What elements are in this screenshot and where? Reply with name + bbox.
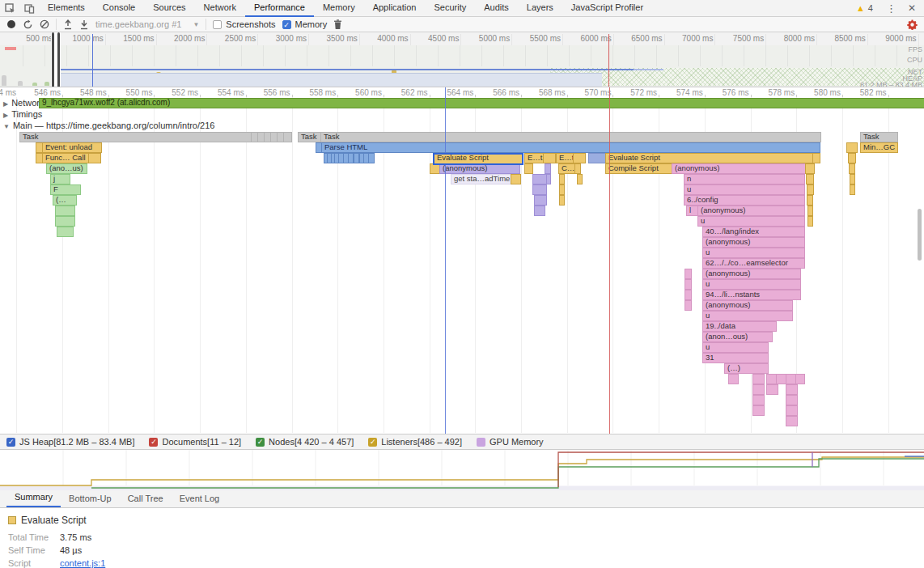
flame-bar-u[interactable]: u xyxy=(702,248,805,258)
flame-bar-[interactable]: (…) xyxy=(724,363,769,374)
selection-handle-left[interactable] xyxy=(52,32,54,87)
flame-bar-f[interactable]: F xyxy=(50,184,81,195)
details-tab-call-tree[interactable]: Call Tree xyxy=(120,490,172,507)
legend-item-js-heap[interactable]: ✓JS Heap[81.2 MB – 83.4 MB] xyxy=(6,437,134,447)
warning-icon[interactable]: ▲ xyxy=(856,3,865,13)
flame-bar[interactable] xyxy=(807,195,813,206)
flame-bar[interactable] xyxy=(354,153,359,163)
memory-graph[interactable] xyxy=(0,450,924,490)
network-request-bar[interactable]: 9_lhcgya71wx.woff2 (at.alicdn.com) xyxy=(39,98,924,108)
flame-bar[interactable] xyxy=(88,153,101,163)
capture-settings-gear-icon[interactable] xyxy=(907,19,924,30)
flame-bar[interactable] xyxy=(685,269,692,279)
clear-button[interactable] xyxy=(40,19,49,29)
flame-bar-anon-ous[interactable]: (anon…ous) xyxy=(702,332,773,342)
flame-bar[interactable] xyxy=(807,206,813,216)
flame-bar[interactable] xyxy=(573,153,586,163)
flame-bar-event-unload[interactable]: Event: unload xyxy=(42,142,102,153)
flame-bar[interactable] xyxy=(685,279,692,290)
more-menu-icon[interactable]: ⋮ xyxy=(881,2,901,15)
screenshots-checkbox[interactable]: Screenshots xyxy=(213,19,275,29)
flame-bar-compile-script[interactable]: Compile Script xyxy=(605,163,674,174)
flame-bar[interactable] xyxy=(574,163,581,174)
flame-bar-min-gc[interactable]: Min…GC xyxy=(860,142,898,153)
vertical-scrollbar[interactable] xyxy=(918,209,922,261)
flame-bar-anonymous[interactable]: (anonymous) xyxy=(702,269,801,279)
legend-checkbox[interactable]: ✓ xyxy=(256,438,265,447)
flame-bar[interactable] xyxy=(805,163,815,174)
flame-bar[interactable] xyxy=(850,174,855,184)
tab-network[interactable]: Network xyxy=(195,0,245,15)
flame-bar[interactable] xyxy=(846,142,858,153)
flame-bar[interactable] xyxy=(511,174,521,184)
flame-bar-j[interactable]: j xyxy=(50,174,70,184)
tab-application[interactable]: Application xyxy=(364,0,426,15)
flame-bar-ano-us[interactable]: (ano…us) xyxy=(46,163,87,174)
tab-layers[interactable]: Layers xyxy=(518,0,562,15)
flame-bar-get-sta-adtime[interactable]: get sta…adTime xyxy=(451,174,513,184)
tab-audits[interactable]: Audits xyxy=(475,0,518,15)
flame-bar[interactable] xyxy=(752,395,765,405)
flame-bar[interactable] xyxy=(752,384,765,395)
flame-bar-evaluate-script[interactable]: Evaluate Script xyxy=(605,153,815,163)
flame-bar-[interactable]: (… xyxy=(53,195,77,206)
network-track-toggle[interactable]: ▶Network xyxy=(3,98,45,108)
record-button[interactable] xyxy=(6,19,16,29)
flame-bar[interactable] xyxy=(685,290,692,300)
flame-bar[interactable] xyxy=(55,216,75,227)
flame-bar[interactable] xyxy=(786,395,798,405)
flame-bar[interactable] xyxy=(786,405,798,416)
flame-bar-task[interactable]: Task xyxy=(298,132,323,142)
flame-bar[interactable] xyxy=(786,416,798,426)
garbage-collect-icon[interactable] xyxy=(333,19,342,30)
legend-checkbox[interactable]: ✓ xyxy=(6,438,15,447)
tab-sources[interactable]: Sources xyxy=(144,0,194,15)
load-profile-icon[interactable] xyxy=(63,19,73,30)
flame-bar-anonymous[interactable]: (anonymous) xyxy=(702,300,793,311)
tab-elements[interactable]: Elements xyxy=(39,0,94,15)
flame-bar[interactable] xyxy=(685,300,692,311)
script-source-link[interactable]: content.js:1 xyxy=(60,558,105,568)
flame-bar[interactable] xyxy=(795,374,805,384)
flame-bar[interactable] xyxy=(543,153,556,163)
tab-javascript-profiler[interactable]: JavaScript Profiler xyxy=(562,0,652,15)
timings-track-toggle[interactable]: ▶Timings xyxy=(3,109,42,119)
reload-record-button[interactable] xyxy=(23,19,33,30)
main-track-toggle[interactable]: ▼Main — https://time.geekbang.org/column… xyxy=(3,121,214,130)
flame-bar-l[interactable]: l xyxy=(686,206,698,216)
flame-bar-n[interactable]: n xyxy=(684,174,805,184)
legend-checkbox[interactable] xyxy=(477,438,485,447)
flame-bar-e-t[interactable]: E…t xyxy=(524,153,544,163)
flame-bar[interactable] xyxy=(524,163,533,174)
flame-bar[interactable] xyxy=(532,174,547,184)
flame-bar[interactable] xyxy=(752,405,765,416)
flame-bar[interactable] xyxy=(534,195,547,206)
overview-strip[interactable]: FPSCPUNETHEAP81.2 MB – 83.4 MB xyxy=(0,45,924,87)
flame-bar-94-li-nstants[interactable]: 94…/li…nstants xyxy=(702,290,801,300)
flame-bar-task[interactable]: Task xyxy=(860,132,898,142)
flame-bar-6-config[interactable]: 6../config xyxy=(684,195,805,206)
flame-bar-u[interactable]: u xyxy=(697,216,805,227)
flame-bar-anonymous[interactable]: (anonymous) xyxy=(702,237,805,248)
tab-performance[interactable]: Performance xyxy=(245,0,314,17)
flame-bar[interactable] xyxy=(806,174,814,184)
legend-checkbox[interactable]: ✓ xyxy=(368,438,377,447)
legend-item-documents[interactable]: ✓Documents[11 – 12] xyxy=(149,437,241,447)
flame-bar-19-data[interactable]: 19../data xyxy=(702,321,777,332)
flame-bar[interactable] xyxy=(577,174,583,184)
flame-bar[interactable] xyxy=(57,227,74,237)
selection-handle-right[interactable] xyxy=(57,32,60,87)
profile-select[interactable]: time.geekbang.org #1 ▼ xyxy=(95,19,199,29)
flame-bar-task[interactable]: Task xyxy=(19,132,253,142)
flame-bar[interactable] xyxy=(368,153,375,163)
screenshots-checkbox-box[interactable] xyxy=(213,20,222,29)
flame-bar[interactable] xyxy=(532,184,547,195)
close-icon[interactable]: ✕ xyxy=(905,2,919,14)
flame-chart-panel[interactable]: 544 ms546 ms548 ms550 ms552 ms554 ms556 … xyxy=(0,87,924,434)
device-toolbar-icon[interactable] xyxy=(19,0,39,16)
memory-checkbox-box[interactable]: ✓ xyxy=(282,20,291,29)
details-tab-bottom-up[interactable]: Bottom-Up xyxy=(61,490,120,507)
flame-bar[interactable] xyxy=(559,195,565,206)
tab-console[interactable]: Console xyxy=(94,0,144,15)
flame-bar-func-call[interactable]: Func… Call xyxy=(42,153,91,163)
